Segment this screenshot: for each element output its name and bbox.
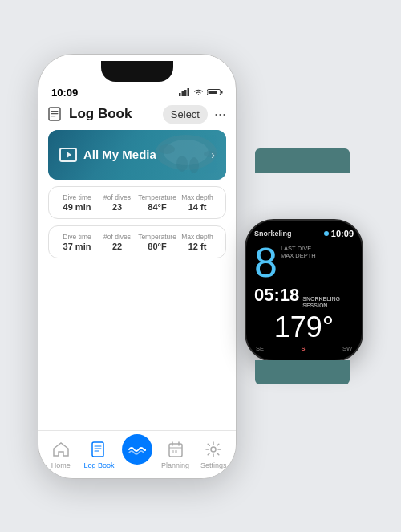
watch-big-number: 8 xyxy=(254,242,277,283)
stat-value-divetime-1: 49 min xyxy=(57,202,97,212)
watch-container: Snorkeling 10:09 8 LAST DIVEMAX DEPTH 05… xyxy=(245,171,363,362)
status-bar: 10:09 xyxy=(38,82,236,100)
watch-last-dive-label: LAST DIVEMAX DEPTH xyxy=(281,245,316,261)
svg-rect-6 xyxy=(209,91,217,94)
header-actions: Select ··· xyxy=(163,105,226,124)
watch-crown xyxy=(362,261,363,278)
settings-icon xyxy=(204,440,223,459)
stat-depth-2: Max depth 12 ft xyxy=(177,233,217,251)
iphone: 10:09 xyxy=(38,54,237,479)
tab-settings-label: Settings xyxy=(200,461,227,469)
svg-rect-3 xyxy=(188,88,190,96)
stat-temp-1: Temperature 84°F xyxy=(137,193,177,212)
watch-band-top xyxy=(255,148,350,173)
select-button[interactable]: Select xyxy=(163,105,208,124)
tab-planning[interactable]: Planning xyxy=(156,440,195,469)
stat-numdives-2: #of dives 22 xyxy=(97,233,137,251)
dive-card-1[interactable]: SNORKELING 2 September 2024 · 10:09 AM K… xyxy=(48,186,226,219)
tab-home[interactable]: Home xyxy=(42,440,80,469)
svg-point-15 xyxy=(176,156,188,172)
watch-header: Snorkeling 10:09 xyxy=(254,229,354,238)
apple-watch: Snorkeling 10:09 8 LAST DIVEMAX DEPTH 05… xyxy=(245,219,363,362)
stat-label-divetime-2: Dive time xyxy=(57,233,97,241)
watch-dot xyxy=(324,231,329,236)
app-title: Log Book xyxy=(69,106,132,122)
logbook-icon xyxy=(48,107,64,121)
svg-rect-25 xyxy=(95,448,102,449)
svg-rect-8 xyxy=(51,111,59,112)
svg-rect-23 xyxy=(92,442,103,457)
notch xyxy=(101,61,173,82)
dive-stats-1: Dive time 49 min #of dives 23 Temperatur… xyxy=(49,187,225,218)
tab-settings[interactable]: Settings xyxy=(194,440,233,469)
dive-card-2[interactable]: SNORKELING 1 September 2024 · 10:05 AM A… xyxy=(48,225,226,258)
stat-value-depth-1: 14 ft xyxy=(177,202,217,212)
stat-label-depth-1: Max depth xyxy=(177,193,217,201)
tab-home-label: Home xyxy=(51,461,71,469)
stat-label-temp-1: Temperature xyxy=(137,193,177,201)
stat-value-depth-2: 12 ft xyxy=(177,242,217,251)
tab-bar: Home Log Book xyxy=(38,430,236,478)
stat-temp-2: Temperature 80°F xyxy=(137,233,177,251)
wifi-icon xyxy=(193,88,204,96)
watch-activity: Snorkeling xyxy=(254,229,292,238)
signal-icon xyxy=(179,88,190,96)
svg-rect-28 xyxy=(172,450,174,453)
banner-content: All My Media xyxy=(59,148,156,162)
svg-rect-2 xyxy=(184,90,187,96)
tab-logbook[interactable]: Log Book xyxy=(80,440,119,469)
stat-label-depth-2: Max depth xyxy=(177,233,217,241)
svg-point-13 xyxy=(159,144,175,154)
planning-icon xyxy=(166,440,185,459)
svg-rect-5 xyxy=(221,91,223,94)
stat-label-numdives-1: #of dives xyxy=(97,193,137,201)
watch-time: 10:09 xyxy=(331,229,354,238)
watch-band-bottom xyxy=(255,360,350,384)
compass-se: SE xyxy=(256,345,264,352)
dive-stats-2: Dive time 37 min #of dives 22 Temperatur… xyxy=(49,226,225,258)
stat-label-temp-2: Temperature xyxy=(137,233,177,241)
battery-icon xyxy=(207,88,223,96)
svg-rect-0 xyxy=(179,93,181,96)
stat-divetime-1: Dive time 49 min xyxy=(57,193,97,212)
app-header-left: Log Book xyxy=(48,106,132,122)
app-header: Log Book Select ··· xyxy=(48,100,226,130)
stat-label-divetime-1: Dive time xyxy=(57,193,97,201)
media-label: All My Media xyxy=(83,148,156,161)
watch-screen: Snorkeling 10:09 8 LAST DIVEMAX DEPTH 05… xyxy=(246,221,362,360)
media-banner[interactable]: All My Media › xyxy=(48,130,226,180)
logbook-tab-icon xyxy=(89,440,108,459)
watch-session-row: 05:18 SNORKELINGSESSION xyxy=(254,285,354,310)
media-icon xyxy=(59,148,77,162)
more-button[interactable]: ··· xyxy=(214,107,226,121)
tab-main-label: · xyxy=(136,467,139,475)
watch-time-row: 10:09 xyxy=(324,229,354,238)
status-icons xyxy=(179,88,223,96)
watch-compass-row: SE S SW xyxy=(254,345,354,352)
watch-session-label: SNORKELINGSESSION xyxy=(302,296,334,310)
tab-logbook-label: Log Book xyxy=(83,461,114,469)
stat-numdives-1: #of dives 23 xyxy=(97,193,137,212)
compass-s: S xyxy=(301,345,305,352)
stat-value-divetime-2: 37 min xyxy=(57,242,97,251)
svg-rect-26 xyxy=(95,450,99,451)
media-chevron: › xyxy=(211,148,215,161)
tab-planning-label: Planning xyxy=(161,461,189,469)
watch-last-dive-info: LAST DIVEMAX DEPTH xyxy=(281,242,316,261)
stat-label-numdives-2: #of dives xyxy=(97,233,137,241)
stat-divetime-2: Dive time 37 min xyxy=(57,233,97,251)
tab-main-action[interactable]: · xyxy=(118,434,156,475)
stat-value-numdives-2: 22 xyxy=(97,242,137,251)
watch-depth-row: 8 LAST DIVEMAX DEPTH xyxy=(254,242,354,283)
svg-rect-24 xyxy=(95,445,102,446)
status-time: 10:09 xyxy=(51,87,78,99)
stat-depth-1: Max depth 14 ft xyxy=(177,193,217,212)
svg-point-30 xyxy=(211,447,216,452)
compass-sw: SW xyxy=(342,345,352,352)
waves-icon xyxy=(122,434,152,465)
svg-rect-1 xyxy=(182,91,184,96)
app-content: Log Book Select ··· xyxy=(38,100,236,460)
home-icon xyxy=(51,440,71,459)
svg-rect-29 xyxy=(175,450,177,453)
stat-value-temp-1: 84°F xyxy=(137,202,177,212)
